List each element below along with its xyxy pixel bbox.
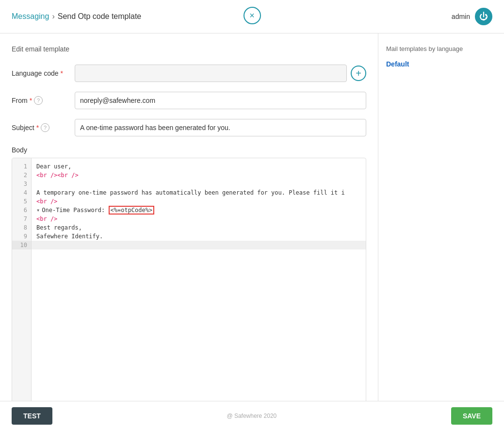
from-input[interactable] — [75, 92, 366, 109]
language-code-field-group: + — [75, 65, 366, 82]
code-content: 1 2 3 4 5 6 7 8 9 10 Dear user, — [12, 158, 366, 403]
add-icon: + — [356, 68, 361, 79]
subject-help-icon[interactable]: ? — [41, 123, 49, 132]
save-button[interactable]: SAVE — [451, 407, 492, 425]
admin-label: admin — [452, 13, 470, 20]
from-row: From * ? — [12, 92, 366, 109]
from-label: From * ? — [12, 96, 75, 105]
line-num-8: 8 — [12, 223, 31, 232]
line-num-2: 2 — [12, 171, 31, 180]
default-template-link[interactable]: Default — [386, 60, 409, 68]
code-line-8: Best regards, — [32, 223, 366, 232]
from-help-icon[interactable]: ? — [34, 96, 43, 105]
add-language-button[interactable]: + — [351, 66, 366, 81]
main-content: Edit email template Language code * + Fr… — [0, 33, 504, 403]
right-panel: Mail templates by language Default — [378, 33, 504, 403]
code-line-9: Safewhere Identify. — [32, 232, 366, 241]
line-num-5: 5 — [12, 197, 31, 206]
code-lines[interactable]: Dear user, <br /><br /> A temporary one-… — [32, 158, 366, 403]
from-required-marker: * — [30, 97, 32, 104]
code-line-5: <br /> — [32, 197, 366, 206]
line-num-3: 3 — [12, 180, 31, 188]
line-num-10: 10 — [12, 241, 31, 249]
subject-required-marker: * — [36, 124, 39, 132]
line-num-6: 6 — [12, 206, 31, 215]
line-num-7: 7 — [12, 215, 31, 223]
code-line-6: ▾ One-Time Password: <%=otpCode%> — [32, 206, 366, 215]
left-panel: Edit email template Language code * + Fr… — [0, 33, 378, 403]
line-num-4: 4 — [12, 188, 31, 197]
language-code-row: Language code * + — [12, 65, 366, 82]
subject-label: Subject * ? — [12, 123, 75, 132]
code-line-7: <br /> — [32, 215, 366, 223]
power-icon: ⏻ — [479, 12, 488, 22]
close-button[interactable]: × — [244, 7, 261, 24]
code-line-4: A temporary one-time password has automa… — [32, 188, 366, 197]
line-num-1: 1 — [12, 162, 31, 171]
breadcrumb-separator: › — [52, 12, 54, 21]
subject-row: Subject * ? — [12, 119, 366, 136]
body-label: Body — [12, 146, 366, 154]
line-num-9: 9 — [12, 232, 31, 241]
power-button[interactable]: ⏻ — [475, 8, 492, 25]
header-actions: admin ⏻ — [452, 8, 492, 25]
header: Messaging › Send Otp code template admin… — [0, 0, 504, 33]
subject-input[interactable] — [75, 119, 366, 136]
footer: TEST @ Safewhere 2020 SAVE — [0, 401, 504, 430]
code-editor[interactable]: 1 2 3 4 5 6 7 8 9 10 Dear user, — [12, 158, 366, 403]
messaging-link[interactable]: Messaging — [12, 12, 49, 21]
code-line-1: Dear user, — [32, 162, 366, 171]
code-line-3 — [32, 180, 366, 188]
test-button[interactable]: TEST — [12, 407, 52, 425]
copyright-text: @ Safewhere 2020 — [227, 413, 276, 419]
breadcrumb: Messaging › Send Otp code template — [12, 12, 141, 21]
line-numbers: 1 2 3 4 5 6 7 8 9 10 — [12, 158, 32, 403]
language-code-input[interactable] — [75, 65, 347, 82]
otp-code-highlight: <%=otpCode%> — [109, 206, 155, 215]
required-marker: * — [61, 69, 63, 77]
page-title: Send Otp code template — [58, 12, 142, 21]
arrow-icon: ▾ — [36, 207, 40, 214]
code-line-2: <br /><br /> — [32, 171, 366, 180]
code-line-10 — [32, 241, 366, 249]
section-title: Edit email template — [12, 45, 366, 53]
right-panel-title: Mail templates by language — [386, 45, 496, 52]
close-icon: × — [249, 11, 255, 21]
language-code-label: Language code * — [12, 69, 75, 77]
